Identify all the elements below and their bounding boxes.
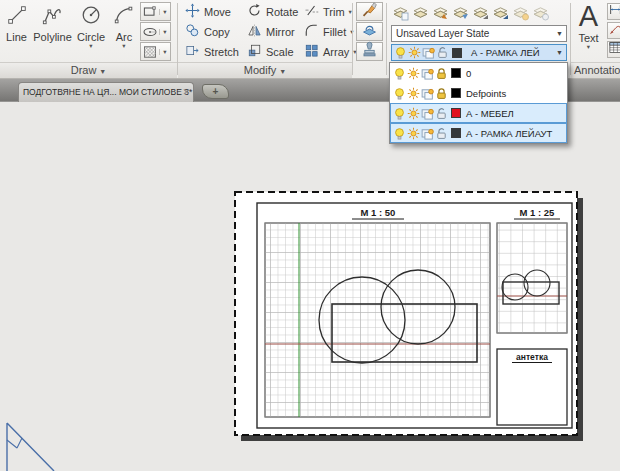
layer-properties-button[interactable] <box>390 2 410 22</box>
modify-panel-label-text: Modify <box>244 64 276 76</box>
bulb-icon[interactable] <box>393 67 406 80</box>
mirror-button[interactable]: Mirror <box>245 23 302 42</box>
layer-row-ramka-layout[interactable]: А - РАМКА ЛЕЙАУТ <box>390 123 567 143</box>
large-viewport[interactable]: М 1 : 50 <box>265 207 490 417</box>
layer-color-swatch[interactable] <box>451 88 461 98</box>
layer-sheets-icon <box>412 4 429 21</box>
title-block-label: антетка <box>516 352 548 362</box>
trim-icon <box>304 3 319 22</box>
match-properties-button[interactable] <box>356 2 383 21</box>
large-viewport-scale-label: М 1 : 50 <box>361 207 396 218</box>
layer-sheets-icon <box>452 4 469 21</box>
chevron-down-icon[interactable]: ▾ <box>159 29 170 35</box>
polyline-icon <box>42 4 64 30</box>
bulb-icon[interactable] <box>393 87 406 100</box>
fillet-button[interactable]: Fillet▾ <box>302 23 352 42</box>
move-button[interactable]: Move <box>183 3 245 22</box>
layer-walk-button[interactable] <box>356 22 383 41</box>
new-tab-button[interactable]: + <box>202 84 229 99</box>
lock-icon[interactable] <box>435 87 448 100</box>
layer-row-defpoints[interactable]: Defpoints <box>390 83 567 103</box>
layer-color-swatch[interactable] <box>451 108 461 118</box>
bulb-icon[interactable] <box>393 127 406 140</box>
line-button[interactable]: Line <box>1 1 32 61</box>
layer-states-button[interactable] <box>410 2 430 22</box>
layer-freeze-button[interactable] <box>470 2 490 22</box>
scale-icon <box>247 43 262 62</box>
unlock-icon[interactable] <box>435 127 448 140</box>
rotate-icon <box>247 3 262 22</box>
layer-sheets-icon <box>432 4 449 21</box>
stamp-icon <box>361 41 378 62</box>
file-tab-active[interactable]: ПОДГОТВЯНЕ НА ЦЯ... МОИ СТИЛОВЕ 3* ✕ <box>18 82 194 102</box>
polyline-button-label: Polyline <box>33 31 72 43</box>
copy-label: Copy <box>204 26 230 38</box>
unlock-icon[interactable] <box>436 46 449 59</box>
unlock-icon[interactable] <box>435 107 448 120</box>
array-button[interactable]: Array▾ <box>302 43 352 62</box>
layer-unisolate-button[interactable] <box>450 2 470 22</box>
stretch-button[interactable]: Stretch <box>183 43 245 62</box>
circle-button[interactable]: Circle ▾ <box>73 1 109 61</box>
vp-freeze-icon[interactable] <box>422 46 435 59</box>
vp-freeze-icon[interactable] <box>421 67 434 80</box>
hatch-button[interactable]: ▾ <box>140 42 171 61</box>
chevron-down-icon[interactable]: ▼ <box>553 49 566 56</box>
small-viewport-scale-label: М 1 : 25 <box>520 207 556 218</box>
vp-freeze-icon[interactable] <box>421 87 434 100</box>
rotate-label: Rotate <box>266 6 298 18</box>
current-layer-combobox[interactable]: А - РАМКА ЛЕЙ ▼ <box>391 44 567 61</box>
trim-button[interactable]: Trim▾ <box>302 3 352 22</box>
scale-button[interactable]: Scale <box>245 43 302 62</box>
layer-row-mebel[interactable]: А - МЕБЕЛ <box>390 103 567 123</box>
title-block[interactable]: антетка <box>497 349 567 425</box>
dimension-button[interactable] <box>607 3 620 20</box>
close-icon[interactable]: ✕ <box>182 83 190 101</box>
sun-icon[interactable] <box>407 107 420 120</box>
annotation-panel-label[interactable]: Annotation <box>571 62 620 78</box>
table-button[interactable] <box>607 41 620 58</box>
lock-icon[interactable] <box>435 67 448 80</box>
polyline-button[interactable]: Polyline <box>32 1 73 61</box>
array-icon <box>304 43 319 62</box>
draw-panel-label[interactable]: Draw▼ <box>0 62 177 78</box>
layer-walk-icon <box>361 21 378 42</box>
chevron-down-icon[interactable]: ▼ <box>553 30 566 37</box>
layer-lock-button[interactable] <box>510 2 530 22</box>
copy-button[interactable]: Copy <box>183 23 245 42</box>
layer-name: А - МЕБЕЛ <box>466 108 514 119</box>
rectangle-button[interactable]: ▾ <box>140 2 171 21</box>
layer-color-swatch[interactable] <box>452 48 462 58</box>
arc-button[interactable]: Arc ▾ <box>109 1 139 61</box>
sun-icon[interactable] <box>408 46 421 59</box>
vp-freeze-icon[interactable] <box>421 107 434 120</box>
sun-icon[interactable] <box>407 67 420 80</box>
paper-space-layout: М 1 : 50 М 1 : 25 <box>0 102 620 471</box>
layer-state-combobox[interactable]: Unsaved Layer State ▼ <box>391 25 567 42</box>
ellipse-button[interactable]: ▾ <box>140 22 171 41</box>
small-viewport[interactable]: М 1 : 25 <box>497 207 567 333</box>
text-button[interactable]: A Text ▾ <box>573 1 604 61</box>
chevron-down-icon[interactable]: ▾ <box>159 49 170 55</box>
leader-button[interactable] <box>607 22 620 39</box>
layer-row-0[interactable]: 0 <box>390 63 567 83</box>
bulb-icon[interactable] <box>393 107 406 120</box>
layer-color-swatch[interactable] <box>451 68 461 78</box>
vp-freeze-icon[interactable] <box>421 127 434 140</box>
modify-panel-label[interactable]: Modify▼ <box>178 62 352 78</box>
line-button-label: Line <box>6 31 27 43</box>
stamp-tool-button[interactable] <box>356 42 383 61</box>
layer-dropdown-list: 0 Defpoints А - МЕБЕЛ <box>389 62 568 144</box>
chevron-down-icon[interactable]: ▾ <box>159 9 170 15</box>
layer-color-swatch[interactable] <box>451 128 461 138</box>
rotate-button[interactable]: Rotate <box>245 3 302 22</box>
layer-isolate-button[interactable] <box>430 2 450 22</box>
sun-icon[interactable] <box>407 127 420 140</box>
layer-unlock-button[interactable] <box>530 2 550 22</box>
bulb-icon[interactable] <box>394 46 407 59</box>
mirror-label: Mirror <box>266 26 295 38</box>
utility-tools-panel <box>353 0 385 78</box>
layer-off-button[interactable] <box>490 2 510 22</box>
sun-icon[interactable] <box>407 87 420 100</box>
drawing-canvas[interactable]: М 1 : 50 М 1 : 25 <box>0 102 620 471</box>
